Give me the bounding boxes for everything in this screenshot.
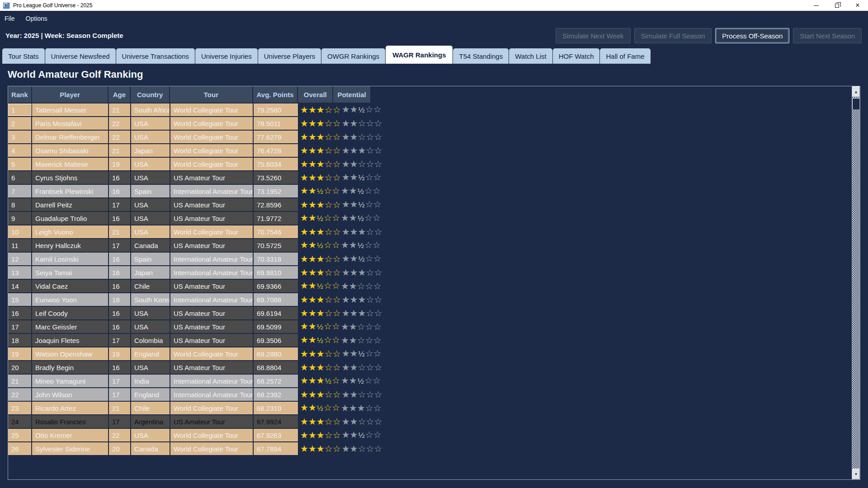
- table-row[interactable]: 4Osamu Shibasaki21JapanWorld Collegiate …: [8, 144, 852, 158]
- cell-avg-points[interactable]: 69.9810: [254, 266, 299, 279]
- cell-rank[interactable]: 18: [8, 334, 32, 347]
- cell-age[interactable]: 16: [109, 280, 131, 292]
- cell-player[interactable]: Darrell Peitz: [32, 198, 109, 211]
- cell-rank[interactable]: 3: [8, 131, 32, 143]
- table-row[interactable]: 16Leif Coody16USAUS Amateur Tour69.6194★…: [8, 307, 852, 320]
- cell-age[interactable]: 18: [109, 293, 131, 306]
- cell-player[interactable]: Mineo Yamaguni: [32, 375, 109, 387]
- cell-player[interactable]: Kamil Losinski: [32, 253, 109, 265]
- cell-tour[interactable]: US Amateur Tour: [170, 307, 254, 319]
- cell-player[interactable]: Cyrus Stjohns: [32, 171, 109, 184]
- cell-rank[interactable]: 22: [8, 388, 32, 401]
- cell-rank[interactable]: 5: [8, 158, 32, 170]
- table-row[interactable]: 14Vidal Caez16ChileUS Amateur Tour69.936…: [8, 280, 852, 293]
- cell-avg-points[interactable]: 73.1952: [254, 185, 299, 197]
- header-avg-points[interactable]: Avg. Points: [253, 86, 298, 103]
- cell-tour[interactable]: US Amateur Tour: [170, 361, 254, 374]
- cell-rank[interactable]: 14: [8, 280, 32, 292]
- cell-country[interactable]: USA: [131, 171, 170, 184]
- cell-avg-points[interactable]: 67.7894: [254, 442, 299, 455]
- tab-universe-newsfeed[interactable]: Universe Newsfeed: [45, 48, 116, 64]
- cell-rank[interactable]: 25: [8, 429, 32, 441]
- cell-tour[interactable]: International Amateur Tour: [170, 185, 254, 197]
- table-row[interactable]: 7Frantisek Plewinski16SpainInternational…: [8, 185, 852, 198]
- tab-universe-transactions[interactable]: Universe Transactions: [116, 48, 195, 64]
- cell-tour[interactable]: World Collegiate Tour: [170, 225, 254, 238]
- cell-avg-points[interactable]: 78.5011: [254, 117, 299, 130]
- cell-player[interactable]: Ricardo Artez: [32, 402, 109, 414]
- cell-rank[interactable]: 9: [8, 212, 32, 225]
- cell-rank[interactable]: 2: [8, 117, 32, 130]
- cell-rank[interactable]: 4: [8, 144, 32, 157]
- cell-age[interactable]: 19: [109, 347, 131, 360]
- cell-avg-points[interactable]: 67.9924: [254, 415, 299, 428]
- tab-t54-standings[interactable]: T54 Standings: [453, 48, 509, 64]
- table-row[interactable]: 23Ricardo Artez21ChileWorld Collegiate T…: [8, 402, 852, 415]
- cell-tour[interactable]: International Amateur Tour: [170, 266, 254, 279]
- cell-tour[interactable]: US Amateur Tour: [170, 280, 254, 292]
- cell-tour[interactable]: World Collegiate Tour: [170, 442, 254, 455]
- cell-player[interactable]: John Wilson: [32, 388, 109, 401]
- table-row[interactable]: 15Eunwoo Yoon18South KoreaInternational …: [8, 293, 852, 307]
- cell-country[interactable]: USA: [131, 131, 170, 143]
- cell-player[interactable]: Osamu Shibasaki: [32, 144, 109, 157]
- table-row[interactable]: 3Delmar Rieffenberger22USAWorld Collegia…: [8, 131, 852, 144]
- close-button[interactable]: ×: [847, 0, 868, 11]
- scrollbar-down-button[interactable]: ▼: [852, 469, 860, 479]
- cell-tour[interactable]: US Amateur Tour: [170, 320, 254, 333]
- cell-country[interactable]: Chile: [131, 280, 170, 292]
- table-row[interactable]: 24Rosalio Francies17ArgentinaUS Amateur …: [8, 415, 852, 429]
- table-row[interactable]: 20Bradly Begin16USAUS Amateur Tour68.880…: [8, 361, 852, 375]
- cell-tour[interactable]: International Amateur Tour: [170, 253, 254, 265]
- menu-options[interactable]: Options: [20, 11, 53, 26]
- table-row[interactable]: 2Paris Mostafavi22USAWorld Collegiate To…: [8, 117, 852, 131]
- cell-age[interactable]: 17: [109, 375, 131, 387]
- cell-age[interactable]: 22: [109, 131, 131, 143]
- cell-tour[interactable]: World Collegiate Tour: [170, 117, 254, 130]
- cell-age[interactable]: 16: [109, 171, 131, 184]
- cell-age[interactable]: 21: [109, 225, 131, 238]
- restore-button[interactable]: [826, 0, 847, 11]
- header-overall[interactable]: Overall: [298, 86, 333, 103]
- simulate-next-week-button[interactable]: Simulate Next Week: [556, 28, 631, 43]
- cell-country[interactable]: Canada: [131, 442, 170, 455]
- cell-avg-points[interactable]: 69.9366: [254, 280, 299, 292]
- tab-tour-stats[interactable]: Tour Stats: [2, 48, 45, 64]
- cell-rank[interactable]: 19: [8, 347, 32, 360]
- menu-file[interactable]: File: [0, 11, 20, 26]
- process-off-season-button[interactable]: Process Off-Season: [715, 28, 789, 43]
- cell-country[interactable]: South Africa: [131, 103, 170, 116]
- table-row[interactable]: 12Kamil Losinski16SpainInternational Ama…: [8, 253, 852, 266]
- scrollbar-up-button[interactable]: ▲: [852, 86, 860, 97]
- tab-hof-watch[interactable]: HOF Watch: [553, 48, 600, 64]
- cell-country[interactable]: USA: [131, 158, 170, 170]
- cell-country[interactable]: Japan: [131, 144, 170, 157]
- table-row[interactable]: 11Henry Hallczuk17CanadaUS Amateur Tour7…: [8, 239, 852, 253]
- cell-player[interactable]: Watson Openshaw: [32, 347, 109, 360]
- cell-avg-points[interactable]: 70.5725: [254, 239, 299, 252]
- header-potential[interactable]: Potential: [333, 86, 371, 103]
- cell-rank[interactable]: 26: [8, 442, 32, 455]
- cell-tour[interactable]: International Amateur Tour: [170, 375, 254, 387]
- cell-player[interactable]: Frantisek Plewinski: [32, 185, 109, 197]
- cell-avg-points[interactable]: 73.5260: [254, 171, 299, 184]
- cell-country[interactable]: USA: [131, 307, 170, 319]
- cell-tour[interactable]: World Collegiate Tour: [170, 402, 254, 414]
- cell-age[interactable]: 17: [109, 198, 131, 211]
- cell-rank[interactable]: 11: [8, 239, 32, 252]
- table-row[interactable]: 10Leigh Vuono21USAWorld Collegiate Tour7…: [8, 225, 852, 239]
- table-row[interactable]: 9Guadalupe Trolio16USAUS Amateur Tour71.…: [8, 212, 852, 225]
- cell-rank[interactable]: 8: [8, 198, 32, 211]
- cell-age[interactable]: 17: [109, 239, 131, 252]
- cell-avg-points[interactable]: 68.8804: [254, 361, 299, 374]
- cell-tour[interactable]: US Amateur Tour: [170, 171, 254, 184]
- header-age[interactable]: Age: [108, 86, 131, 103]
- table-row[interactable]: 19Watson Openshaw19EnglandWorld Collegia…: [8, 347, 852, 361]
- table-row[interactable]: 25Otto Kremer22USAWorld Collegiate Tour6…: [8, 429, 852, 442]
- simulate-full-season-button[interactable]: Simulate Full Season: [634, 28, 712, 43]
- cell-rank[interactable]: 13: [8, 266, 32, 279]
- cell-avg-points[interactable]: 68.2572: [254, 375, 299, 387]
- cell-age[interactable]: 22: [109, 429, 131, 441]
- table-row[interactable]: 21Mineo Yamaguni17IndiaInternational Ama…: [8, 375, 852, 388]
- cell-country[interactable]: India: [131, 375, 170, 387]
